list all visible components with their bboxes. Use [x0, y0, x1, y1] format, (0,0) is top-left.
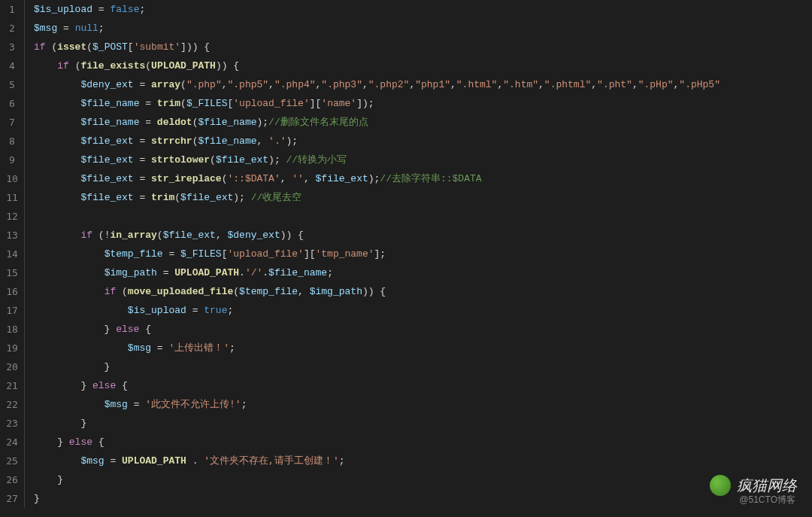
- code-line: $msg = '上传出错！';: [34, 339, 720, 357]
- line-number: 17: [0, 301, 24, 320]
- code-line: $file_ext = str_ireplace('::$DATA', '', …: [34, 169, 720, 188]
- line-number: 1: [0, 0, 24, 19]
- code-line: if (move_uploaded_file($temp_file, $img_…: [34, 282, 720, 301]
- code-line: if (!in_array($file_ext, $deny_ext)) {: [34, 226, 720, 245]
- code-line: $msg = UPLOAD_PATH . '文件夹不存在,请手工创建！';: [34, 452, 720, 470]
- code-line: $file_ext = strtolower($file_ext); //转换为…: [34, 151, 720, 169]
- code-line: $file_ext = trim($file_ext); //收尾去空: [34, 188, 720, 207]
- line-number: 16: [0, 282, 24, 301]
- code-line: }: [34, 414, 720, 433]
- code-line: } else {: [34, 320, 720, 339]
- line-number: 27: [0, 489, 24, 508]
- code-line: if (file_exists(UPLOAD_PATH)) {: [34, 56, 720, 75]
- code-line: $file_name = trim($_FILES['upload_file']…: [34, 94, 720, 113]
- line-number: 4: [0, 56, 24, 75]
- line-number: 12: [0, 207, 24, 226]
- code-line: $msg = null;: [34, 19, 720, 38]
- code-line: $is_upload = true;: [34, 301, 720, 320]
- line-number: 9: [0, 151, 24, 169]
- line-number: 6: [0, 94, 24, 113]
- code-line: } else {: [34, 433, 720, 452]
- line-number: 15: [0, 263, 24, 282]
- line-number: 13: [0, 226, 24, 245]
- line-number: 7: [0, 113, 24, 132]
- code-line: $file_name = deldot($file_name);//删除文件名末…: [34, 113, 720, 132]
- line-number: 18: [0, 320, 24, 339]
- line-number: 24: [0, 433, 24, 452]
- line-number: 3: [0, 38, 24, 56]
- code-line: $is_upload = false;: [34, 0, 720, 19]
- line-number: 5: [0, 75, 24, 94]
- line-number: 25: [0, 452, 24, 470]
- line-number: 2: [0, 19, 24, 38]
- line-number: 26: [0, 470, 24, 489]
- line-number: 8: [0, 132, 24, 151]
- line-number: 14: [0, 245, 24, 263]
- line-number: 11: [0, 188, 24, 207]
- line-number: 19: [0, 339, 24, 357]
- code-line: }: [34, 470, 720, 489]
- code-line: } else {: [34, 376, 720, 395]
- code-line: }: [34, 357, 720, 376]
- code-line: if (isset($_POST['submit'])) {: [34, 38, 720, 56]
- code-editor: 1234567891011121314151617181920212223242…: [0, 0, 812, 508]
- line-number: 22: [0, 395, 24, 414]
- line-number-gutter: 1234567891011121314151617181920212223242…: [0, 0, 24, 508]
- code-line: }: [34, 489, 720, 508]
- line-number: 10: [0, 169, 24, 188]
- line-number: 20: [0, 357, 24, 376]
- code-area: $is_upload = false;$msg = null;if (isset…: [25, 0, 720, 508]
- sub-watermark: @51CTO博客: [739, 491, 795, 509]
- code-line: $deny_ext = array(".php",".php5",".php4"…: [34, 75, 720, 94]
- wechat-icon: [710, 475, 731, 496]
- line-number: 21: [0, 376, 24, 395]
- code-line: $file_ext = strrchr($file_name, '.');: [34, 132, 720, 151]
- code-line: $temp_file = $_FILES['upload_file']['tmp…: [34, 245, 720, 263]
- code-line: [34, 207, 720, 226]
- line-number: 23: [0, 414, 24, 433]
- code-line: $msg = '此文件不允许上传!';: [34, 395, 720, 414]
- code-line: $img_path = UPLOAD_PATH.'/'.$file_name;: [34, 263, 720, 282]
